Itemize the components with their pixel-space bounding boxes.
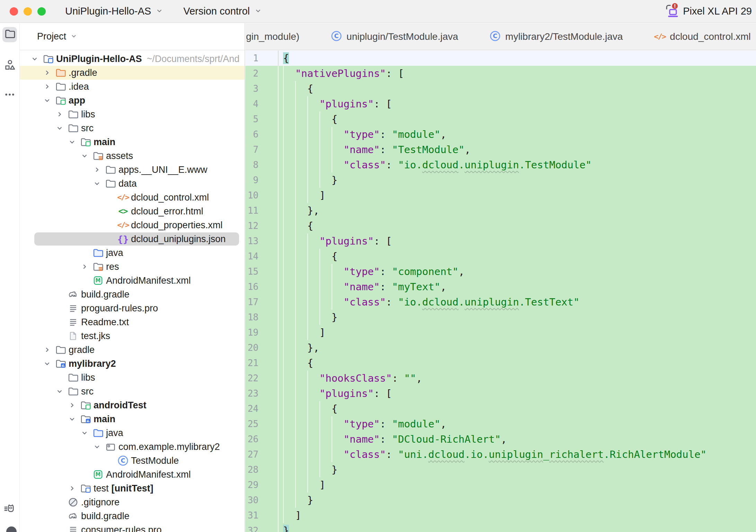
editor-tab[interactable]: </>dcloud_control.xml	[654, 31, 751, 42]
tree-row[interactable]: java	[20, 426, 245, 440]
tree-row[interactable]: proguard-rules.pro	[20, 301, 245, 315]
tree-row[interactable]: androidTest	[20, 398, 245, 412]
tree-row[interactable]: apps.__UNI__E.www	[20, 163, 245, 177]
line-number[interactable]: 15	[245, 264, 279, 279]
tree-row[interactable]: MAndroidManifest.xml	[20, 468, 245, 481]
tree-row[interactable]: data	[20, 177, 245, 190]
line-number[interactable]: 12	[245, 218, 279, 233]
tree-row[interactable]: .gradle	[20, 66, 245, 80]
code-line[interactable]: 9}	[245, 172, 756, 188]
line-number[interactable]: 28	[245, 462, 279, 477]
tree-row[interactable]: libs	[20, 107, 245, 121]
code-line-text[interactable]: }	[279, 310, 337, 325]
code-line[interactable]: 1{	[245, 51, 756, 66]
line-number[interactable]: 4	[245, 96, 279, 112]
code-line[interactable]: 13"plugins": [	[245, 233, 756, 249]
tree-row[interactable]: res	[20, 260, 245, 274]
tree-row[interactable]: </>dcloud_properties.xml	[20, 218, 245, 232]
line-number[interactable]: 6	[245, 127, 279, 142]
tree-row[interactable]: src	[20, 121, 245, 135]
code-line[interactable]: 26"name": "DCloud-RichAlert",	[245, 432, 756, 447]
code-line-text[interactable]: {	[279, 81, 313, 96]
code-line-text[interactable]: {	[279, 401, 337, 416]
chevron-down-icon[interactable]	[78, 426, 91, 440]
chevron-down-icon[interactable]	[41, 94, 54, 107]
tree-row[interactable]: .gitignore	[20, 495, 245, 509]
tree-row[interactable]: Readme.txt	[20, 315, 245, 329]
line-number[interactable]: 20	[245, 340, 279, 355]
line-number[interactable]: 16	[245, 279, 279, 294]
line-number[interactable]: 22	[245, 371, 279, 386]
code-line-text[interactable]: }	[279, 462, 337, 477]
line-number[interactable]: 24	[245, 401, 279, 416]
code-line-text[interactable]: }	[279, 523, 289, 532]
code-line-text[interactable]: },	[279, 340, 319, 355]
line-number[interactable]: 26	[245, 432, 279, 447]
chevron-right-icon[interactable]	[78, 260, 91, 274]
line-number[interactable]: 9	[245, 172, 279, 188]
line-number[interactable]: 29	[245, 477, 279, 493]
code-line-text[interactable]: {	[279, 355, 313, 371]
line-number[interactable]: 19	[245, 325, 279, 340]
tree-row[interactable]: app	[20, 94, 245, 107]
line-number[interactable]: 13	[245, 233, 279, 249]
tree-row[interactable]: assets	[20, 149, 245, 163]
tree-row[interactable]: src	[20, 384, 245, 398]
chevron-down-icon[interactable]	[53, 121, 66, 135]
line-number[interactable]: 10	[245, 188, 279, 203]
editor-tab[interactable]: gin_module)	[246, 31, 299, 42]
logcat-tool-button[interactable]	[2, 502, 17, 517]
tree-row[interactable]: consumer-rules.pro	[20, 523, 245, 532]
code-line-text[interactable]: "type": "component",	[279, 264, 465, 279]
code-line-text[interactable]: "name": "TestModule",	[279, 142, 471, 157]
code-line-text[interactable]: {	[279, 112, 337, 127]
line-number[interactable]: 30	[245, 493, 279, 508]
device-selector[interactable]: ! Pixel XL API 29	[664, 3, 752, 20]
code-line[interactable]: 7"name": "TestModule",	[245, 142, 756, 157]
code-line[interactable]: 4"plugins": [	[245, 96, 756, 112]
line-number[interactable]: 3	[245, 81, 279, 96]
window-close-button[interactable]	[10, 7, 18, 16]
chevron-right-icon[interactable]	[41, 66, 54, 80]
tree-row[interactable]: test.jks	[20, 329, 245, 343]
line-number[interactable]: 2	[245, 66, 279, 81]
chevron-down-icon[interactable]	[28, 52, 41, 66]
code-line-text[interactable]: {	[279, 51, 289, 66]
tree-row[interactable]: CTestModule	[20, 454, 245, 468]
tree-row[interactable]: gradle	[20, 343, 245, 357]
tree-row[interactable]: main	[20, 135, 245, 149]
code-line[interactable]: 12{	[245, 218, 756, 233]
code-line[interactable]: 23"plugins": [	[245, 386, 756, 401]
code-line-text[interactable]: ]	[279, 508, 301, 523]
code-line-text[interactable]: ]	[279, 477, 325, 493]
line-number[interactable]: 25	[245, 416, 279, 432]
editor-tab[interactable]: Cuniplugin/TestModule.java	[331, 30, 458, 43]
code-line-text[interactable]: ]	[279, 188, 325, 203]
code-line[interactable]: 8"class": "io.dcloud.uniplugin.TestModul…	[245, 157, 756, 172]
code-line[interactable]: 24{	[245, 401, 756, 416]
code-line-text[interactable]: "class": "io.dcloud.uniplugin.TestText"	[279, 294, 580, 310]
code-line[interactable]: 5{	[245, 112, 756, 127]
editor-tab[interactable]: Cmylibrary2/TestModule.java	[489, 30, 623, 43]
tree-row[interactable]: mylibrary2	[20, 357, 245, 371]
code-line-text[interactable]: }	[279, 493, 313, 508]
code-line[interactable]: 15"type": "component",	[245, 264, 756, 279]
code-line-text[interactable]: {	[279, 218, 313, 233]
code-editor[interactable]: 1{2"nativePlugins": [3{4"plugins": [5{6"…	[245, 51, 756, 532]
line-number[interactable]: 32	[245, 523, 279, 532]
line-number[interactable]: 27	[245, 447, 279, 462]
folder-tool-button[interactable]	[2, 27, 17, 42]
code-line-text[interactable]: "name": "DCloud-RichAlert",	[279, 432, 507, 447]
code-line[interactable]: 11},	[245, 203, 756, 218]
tree-row[interactable]: libs	[20, 371, 245, 384]
tree-row[interactable]: UniPlugin-Hello-AS~/Documents/sprt/And	[20, 52, 245, 66]
code-line[interactable]: 29]	[245, 477, 756, 493]
chevron-right-icon[interactable]	[41, 343, 54, 357]
code-line[interactable]: 14{	[245, 249, 756, 264]
tree-row[interactable]: java	[20, 246, 245, 260]
code-line-text[interactable]: "plugins": [	[279, 386, 392, 401]
code-line-text[interactable]: "hooksClass": "",	[279, 371, 422, 386]
code-line-text[interactable]: "type": "module",	[279, 127, 446, 142]
project-selector[interactable]: UniPlugin-Hello-AS	[65, 6, 163, 17]
line-number[interactable]: 14	[245, 249, 279, 264]
